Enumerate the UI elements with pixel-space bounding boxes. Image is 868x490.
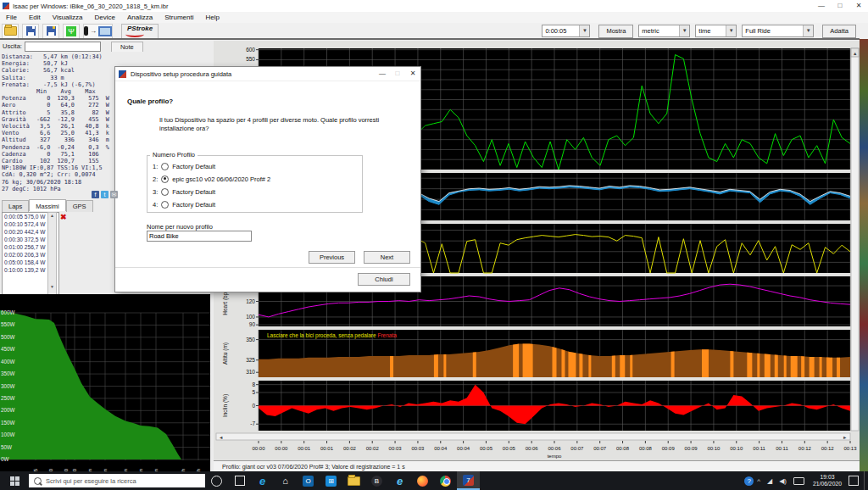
twitter-icon[interactable]: t: [101, 191, 108, 198]
store-button[interactable]: ⊞: [320, 471, 342, 490]
pstroke-button[interactable]: PStroke: [121, 24, 159, 39]
dialog-minimize-button[interactable]: —: [375, 67, 390, 81]
edge-button[interactable]: e: [251, 471, 274, 490]
download-ride-button[interactable]: →: [83, 24, 113, 39]
pstroke-swoosh-icon: [125, 31, 144, 37]
stats-line: Vento 6,6 25,0 41,3 k: [2, 130, 112, 136]
keyboard-icon[interactable]: [793, 477, 804, 485]
profile-option-4[interactable]: 4:Factory Default: [153, 200, 215, 209]
profile-option-3[interactable]: 3:Factory Default: [153, 187, 215, 196]
task-view-button[interactable]: [228, 471, 251, 490]
radio-icon[interactable]: [161, 163, 169, 170]
show-desktop-button[interactable]: [864, 471, 868, 490]
volume-icon[interactable]: ◀): [779, 477, 787, 485]
facebook-icon[interactable]: f: [92, 191, 99, 198]
firefox-button[interactable]: [411, 471, 434, 490]
open-button[interactable]: [2, 24, 19, 39]
stats-line: Pendenza -6,0 -0,24 0,3 %: [2, 144, 112, 151]
units-select[interactable]: metric▼: [638, 25, 690, 37]
note-tab[interactable]: Note: [111, 42, 143, 52]
svg-text:00:06: 00:06: [548, 446, 561, 451]
chiudi-button[interactable]: Chiudi: [358, 273, 410, 286]
bing-button[interactable]: B: [365, 471, 388, 490]
usb-device-button[interactable]: Ψ: [63, 24, 80, 39]
tab-gps[interactable]: GPS: [66, 200, 93, 212]
profile-option-1[interactable]: 1:Factory Default: [153, 162, 215, 170]
file-explorer-icon: [348, 476, 360, 486]
system-tray: ? ^ ◢ ◀) 19:03 21/06/2020: [744, 471, 868, 490]
svg-text:00:02: 00:02: [343, 446, 357, 451]
profile-option-2[interactable]: 2:epic gsc10 v02 06/06/2020 Prof# 2: [153, 175, 270, 183]
maximize-button[interactable]: □: [831, 0, 849, 11]
stats-line: Energia: 50,7 kJ: [2, 60, 112, 67]
svg-text:00:06: 00:06: [526, 446, 539, 451]
svg-text:450W: 450W: [1, 346, 15, 352]
help-bubble-icon[interactable]: ?: [744, 476, 754, 486]
stats-line: Calorie: 56,7 kcal: [2, 67, 112, 74]
radio-icon[interactable]: [161, 175, 169, 183]
svg-text:00:02: 00:02: [366, 446, 380, 451]
svg-text:tempo: tempo: [548, 454, 562, 459]
delete-massimi-button[interactable]: ✖: [60, 213, 70, 222]
home-button[interactable]: ⌂: [274, 471, 297, 490]
mostra-button[interactable]: Mostra: [598, 25, 633, 38]
svg-text:100: 100: [246, 314, 255, 320]
taskbar-search-input[interactable]: Scrivi qui per eseguire la ricerca: [29, 474, 205, 487]
screen: Isaac per Windows: iBike_06_30_2020_1818…: [0, 0, 868, 490]
close-button[interactable]: ✕: [849, 0, 868, 11]
uscita-input[interactable]: [25, 42, 101, 52]
menu-item-device[interactable]: Device: [89, 14, 121, 21]
svg-text:120: 120: [246, 298, 255, 304]
svg-text:50W: 50W: [1, 444, 12, 450]
dialog-close-icon[interactable]: ✕: [405, 67, 420, 81]
outlook-button[interactable]: O: [297, 471, 320, 490]
svg-text:►: ►: [843, 435, 847, 440]
isaac-taskbar-button[interactable]: 7: [457, 471, 480, 490]
svg-text:0W: 0W: [1, 456, 9, 462]
search-icon: [34, 477, 42, 485]
menu-item-analizza[interactable]: Analizza: [121, 14, 159, 21]
menu-item-visualizza[interactable]: Visualizza: [47, 14, 89, 21]
start-button[interactable]: [0, 471, 29, 490]
internet-explorer-button[interactable]: e: [388, 471, 411, 490]
profile-name-input[interactable]: [147, 231, 252, 242]
hidden-icons-chevron[interactable]: ^: [757, 477, 760, 485]
adatta-button[interactable]: Adatta: [822, 25, 856, 38]
svg-text:350: 350: [246, 337, 255, 342]
save-as-button[interactable]: [42, 24, 59, 39]
network-icon[interactable]: ◢: [767, 477, 772, 485]
stats-line: Cardio 102 120,7 155: [2, 158, 112, 164]
interval-select[interactable]: 0:00:05▼: [542, 25, 590, 37]
previous-button[interactable]: Previous: [309, 251, 355, 264]
power-duration-chart-svg[interactable]: 0W50W100W150W200W250W300W350W400W450W500…: [0, 294, 210, 471]
next-button[interactable]: Next: [364, 251, 410, 264]
stats-line: Gravità -662 -12,9 455 W: [2, 116, 112, 123]
massimi-scrollbar[interactable]: ▲▼: [47, 212, 57, 295]
radio-icon[interactable]: [161, 201, 169, 209]
profile-group-label: Numero Profilo: [150, 151, 198, 159]
menu-item-edit[interactable]: Edit: [23, 14, 47, 21]
chrome-button[interactable]: [434, 471, 457, 490]
mail-icon[interactable]: ✉: [110, 191, 118, 198]
cortana-button[interactable]: [205, 471, 228, 490]
xaxis-select[interactable]: time▼: [695, 25, 737, 37]
action-center-icon[interactable]: [849, 476, 859, 486]
svg-text:5: 5: [252, 389, 255, 395]
radio-icon[interactable]: [161, 188, 169, 196]
app-icon: [3, 3, 9, 9]
menu-item-file[interactable]: File: [0, 14, 23, 21]
svg-text:310: 310: [246, 369, 255, 375]
tab-laps[interactable]: Laps: [2, 200, 29, 212]
range-select[interactable]: Full Ride▼: [742, 25, 814, 37]
minimize-button[interactable]: —: [812, 0, 831, 11]
file-explorer-button[interactable]: [342, 471, 365, 490]
menu-bar: FileEditVisualizzaDeviceAnalizzaStrument…: [0, 12, 868, 24]
tab-massimi[interactable]: Massimi: [29, 199, 66, 211]
taskbar-clock[interactable]: 19:03 21/06/2020: [813, 474, 842, 487]
stats-line: Min Avg Max: [2, 88, 112, 95]
menu-item-strumenti[interactable]: Strumenti: [159, 14, 199, 21]
status-bar: Profilo: giant ocr v03 07/06/2020 Prof# …: [214, 460, 860, 471]
save-button[interactable]: [22, 24, 39, 39]
menu-item-help[interactable]: Help: [200, 14, 225, 21]
dialog-title-bar[interactable]: Dispositivo setup procedura guidata — □ …: [115, 67, 420, 81]
